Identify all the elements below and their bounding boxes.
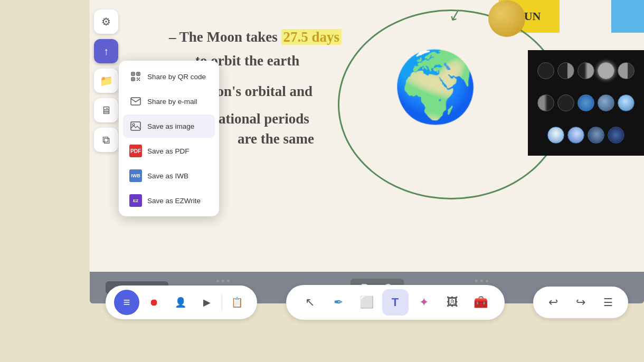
phase-7 bbox=[557, 94, 574, 111]
phase-9 bbox=[598, 94, 614, 111]
shape-tool[interactable]: ⬜ bbox=[354, 289, 380, 316]
undo-icon: ↩ bbox=[548, 296, 558, 309]
svg-rect-6 bbox=[137, 78, 138, 79]
save-image-item[interactable]: Save as image bbox=[123, 115, 215, 138]
speaker-grille-right bbox=[475, 280, 488, 282]
stamp-tool[interactable]: ✦ bbox=[411, 289, 437, 316]
undo-button[interactable]: ↩ bbox=[542, 291, 565, 314]
svg-rect-9 bbox=[139, 80, 140, 81]
phase-4 bbox=[598, 62, 614, 79]
sidebar: ⚙ ↑ 📁 🖥 ⧉ bbox=[90, 0, 122, 232]
more-tools-button[interactable]: 🧰 bbox=[468, 289, 494, 316]
blue-sticky-note bbox=[611, 0, 644, 33]
phase-3 bbox=[577, 62, 594, 79]
phase-11 bbox=[547, 127, 564, 144]
dropdown-menu: Share by QR code Share by e-mail Save as… bbox=[119, 61, 219, 216]
share-email-item[interactable]: Share by e-mail bbox=[123, 90, 215, 113]
phase-13 bbox=[588, 127, 604, 144]
ezwrite-icon: EZ bbox=[129, 194, 142, 207]
svg-rect-12 bbox=[131, 122, 140, 130]
pen-icon: ✒ bbox=[334, 296, 343, 309]
divider1 bbox=[222, 294, 222, 310]
pdf-icon: PDF bbox=[129, 145, 142, 157]
svg-rect-11 bbox=[131, 98, 140, 105]
insert-image-icon: 🖼 bbox=[447, 296, 458, 309]
text-tool[interactable]: T bbox=[382, 289, 409, 316]
svg-rect-8 bbox=[137, 80, 138, 81]
shape-icon: ⬜ bbox=[359, 296, 374, 309]
layers-button[interactable]: ⧉ bbox=[94, 128, 118, 152]
share-export-button[interactable]: ↑ bbox=[94, 39, 118, 63]
moon-text-line1: – The Moon takes 27.5 days bbox=[169, 29, 342, 45]
select-tool[interactable]: ↖ bbox=[297, 289, 323, 316]
moon-text-line5: are the same bbox=[238, 131, 314, 147]
gear-icon: ⚙ bbox=[101, 15, 111, 28]
svg-rect-7 bbox=[139, 78, 140, 79]
save-ezwrite-label: Save as EZWrite bbox=[147, 197, 201, 205]
left-toolbar-group: ≡ ⏺ 👤 ▶ 📋 bbox=[106, 285, 257, 319]
phase-6 bbox=[537, 94, 554, 111]
monitor-icon: 🖥 bbox=[101, 104, 111, 117]
phase-12 bbox=[567, 127, 584, 144]
share-qr-item[interactable]: Share by QR code bbox=[123, 65, 215, 88]
hamburger-icon: ≡ bbox=[124, 296, 130, 309]
folder-icon: 📁 bbox=[100, 74, 113, 87]
svg-rect-5 bbox=[132, 79, 134, 80]
phase-14 bbox=[608, 127, 624, 144]
toolbox-icon: 🧰 bbox=[473, 296, 488, 309]
record-icon: ⏺ bbox=[149, 297, 159, 308]
upload-icon: ↑ bbox=[103, 45, 109, 58]
phase-10 bbox=[618, 94, 634, 111]
screen-button[interactable]: 🖥 bbox=[94, 98, 118, 122]
layers-icon: ⧉ bbox=[102, 134, 110, 146]
add-user-button[interactable]: 👤 bbox=[169, 291, 192, 314]
undoredo-group: ↩ ↪ ☰ bbox=[533, 287, 628, 318]
phase-2 bbox=[557, 62, 574, 79]
save-iwb-item[interactable]: IWB Save as IWB bbox=[123, 164, 215, 187]
speaker-grille-left bbox=[216, 280, 230, 282]
save-pdf-item[interactable]: PDF Save as PDF bbox=[123, 139, 215, 163]
image-icon bbox=[129, 120, 142, 132]
folder-button[interactable]: 📁 bbox=[94, 69, 118, 93]
clipboard-button[interactable]: 📋 bbox=[225, 291, 249, 314]
stamp-icon: ✦ bbox=[419, 296, 429, 309]
phase-5 bbox=[618, 62, 634, 79]
svg-rect-1 bbox=[132, 73, 134, 75]
add-user-icon: 👤 bbox=[175, 297, 186, 308]
record-button[interactable]: ⏺ bbox=[143, 291, 166, 314]
save-image-label: Save as image bbox=[147, 122, 194, 130]
earth-body: 🌍 bbox=[391, 42, 480, 132]
bottom-toolbar: ≡ ⏺ 👤 ▶ 📋 ↖ ✒ ⬜ T ✦ 🖼 bbox=[90, 285, 644, 320]
qr-icon bbox=[129, 70, 142, 83]
history-button[interactable]: ☰ bbox=[596, 291, 620, 314]
svg-rect-3 bbox=[138, 73, 139, 75]
present-button[interactable]: ▶ bbox=[195, 291, 219, 314]
present-icon: ▶ bbox=[203, 297, 211, 308]
share-email-label: Share by e-mail bbox=[147, 98, 197, 106]
save-pdf-label: Save as PDF bbox=[147, 147, 190, 155]
pen-tool[interactable]: ✒ bbox=[325, 289, 352, 316]
share-qr-label: Share by QR code bbox=[147, 73, 206, 81]
iwb-icon: IWB bbox=[129, 169, 142, 182]
moon-body bbox=[488, 0, 525, 37]
save-ezwrite-item[interactable]: EZ Save as EZWrite bbox=[123, 189, 215, 212]
svg-rect-10 bbox=[138, 79, 139, 80]
highlight-text: 27.5 days bbox=[281, 29, 342, 45]
clipboard-icon: 📋 bbox=[231, 297, 243, 308]
text-icon: T bbox=[392, 296, 399, 309]
moon-phases-panel bbox=[528, 50, 644, 156]
redo-icon: ↪ bbox=[576, 296, 585, 309]
redo-button[interactable]: ↪ bbox=[569, 291, 592, 314]
insert-image-tool[interactable]: 🖼 bbox=[439, 289, 466, 316]
phase-1 bbox=[537, 62, 554, 79]
phase-8 bbox=[577, 94, 594, 111]
cursor-icon: ↖ bbox=[305, 296, 315, 309]
email-icon bbox=[129, 95, 142, 108]
menu-button[interactable]: ≡ bbox=[114, 290, 139, 315]
settings-button[interactable]: ⚙ bbox=[94, 9, 118, 34]
save-iwb-label: Save as IWB bbox=[147, 172, 188, 180]
tools-group: ↖ ✒ ⬜ T ✦ 🖼 🧰 bbox=[286, 285, 505, 320]
history-icon: ☰ bbox=[603, 296, 613, 309]
